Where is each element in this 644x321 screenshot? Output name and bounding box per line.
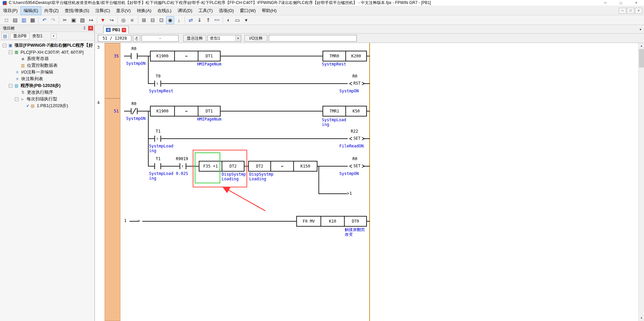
label-number[interactable]: 1 bbox=[124, 218, 126, 223]
close-button[interactable]: × bbox=[629, 0, 644, 6]
minimize-button[interactable]: ─ bbox=[598, 0, 613, 6]
cursor-mode-button[interactable]: ∕| bbox=[133, 35, 140, 42]
undo-icon[interactable]: ↶ bbox=[40, 16, 48, 24]
online-switch-icon[interactable]: ⇄ bbox=[187, 16, 195, 24]
comment-edit-field[interactable] bbox=[269, 35, 357, 42]
menu-item-tools[interactable]: 工具(T) bbox=[195, 6, 216, 15]
scrollbar-thumb[interactable] bbox=[639, 49, 644, 67]
grid-expand-icon[interactable]: ⊞ bbox=[140, 16, 148, 24]
scroll-up-icon[interactable]: ▲ bbox=[639, 43, 644, 49]
device-monitor-icon[interactable]: ▭ bbox=[233, 16, 241, 24]
open-file-icon[interactable]: ▤ bbox=[11, 16, 19, 24]
menu-item-wizard[interactable]: 向导(Z) bbox=[41, 6, 62, 15]
run-mode-icon[interactable]: RUN bbox=[213, 16, 221, 24]
expander-icon[interactable]: − bbox=[9, 84, 12, 88]
tree-item-system-register[interactable]: ◈ 系统寄存器 bbox=[0, 55, 94, 62]
tab-pb1[interactable]: ⊞ PB1 × bbox=[103, 26, 129, 34]
contact-rising-T1[interactable]: ↑ bbox=[154, 136, 161, 142]
compare-block[interactable]: DT2 = K150 bbox=[248, 161, 317, 172]
tree-item-plc[interactable]: − ▦ PLC[FP-XH C30T/P, 40T, 60T/P] bbox=[0, 49, 94, 55]
compare-block[interactable]: K1900 = DT1 bbox=[150, 51, 221, 61]
block-cell[interactable]: TMR0 bbox=[323, 51, 345, 61]
block-cell[interactable]: DT1 bbox=[198, 106, 220, 116]
insert-row-icon[interactable]: ↦ bbox=[87, 16, 95, 24]
expander-icon[interactable]: − bbox=[3, 44, 6, 47]
io-comment-button[interactable]: I/O注释 bbox=[244, 35, 267, 42]
ladder-editor[interactable]: 3 4 35 51 R0 SystmpON K1900 = DT1 HMIPag… bbox=[95, 43, 644, 321]
status-display-icon[interactable]: ◐ bbox=[225, 16, 233, 24]
tree-item-change-order[interactable]: ⇅ 更改执行顺序 bbox=[0, 89, 94, 96]
block-cell[interactable]: DT1 bbox=[198, 51, 220, 61]
expander-icon[interactable]: − bbox=[15, 97, 18, 101]
compare-block[interactable]: K1900 = DT1 bbox=[150, 106, 221, 117]
move-block-f0[interactable]: F0 MV K10 DT0 bbox=[296, 216, 367, 227]
expander-icon[interactable]: − bbox=[9, 50, 12, 54]
mdi-close-button[interactable]: × bbox=[635, 8, 642, 14]
chevron-down-icon[interactable]: ▼ bbox=[235, 36, 240, 41]
tree-item-pb1[interactable]: ✔ ▤ 1:PB1(12028步) bbox=[0, 102, 94, 109]
new-file-icon[interactable]: □ bbox=[2, 16, 10, 24]
contact-nc-R0[interactable] bbox=[131, 108, 138, 114]
convert-icon[interactable]: ▼ bbox=[99, 16, 107, 24]
menu-item-options[interactable]: 选项(O) bbox=[216, 6, 237, 15]
block-cell[interactable]: DT0 bbox=[344, 217, 366, 226]
tree-item-position-table[interactable]: ▥ 位置控制数据表 bbox=[0, 62, 94, 69]
contact-rising-R9019[interactable]: ↑ bbox=[180, 163, 186, 169]
comment-icon[interactable]: ≡ bbox=[128, 16, 136, 24]
step-down-icon[interactable]: ↓ bbox=[175, 16, 183, 24]
redo-icon[interactable]: ↷ bbox=[49, 16, 57, 24]
menu-item-online[interactable]: 在线(L) bbox=[154, 6, 175, 15]
monitor-toggle-icon[interactable]: ◉ bbox=[166, 16, 174, 24]
tree-item-scan-type[interactable]: − ▹ 每次扫描执行型 bbox=[0, 96, 94, 102]
block-cell[interactable]: DT2 bbox=[249, 162, 270, 171]
grid-collapse-icon[interactable]: ⊟ bbox=[149, 16, 157, 24]
find-icon[interactable]: ◎ bbox=[119, 16, 127, 24]
comment-type-combo[interactable]: 类型1 ▼ bbox=[207, 35, 241, 42]
cut-icon[interactable]: ✂ bbox=[61, 16, 69, 24]
menu-item-convert[interactable]: 转换(A) bbox=[134, 6, 154, 15]
mdi-restore-button[interactable]: □ bbox=[627, 8, 634, 14]
block-cell[interactable]: = bbox=[174, 51, 198, 61]
menu-item-view[interactable]: 显示(V) bbox=[113, 6, 134, 15]
mdi-minimize-button[interactable]: ─ bbox=[619, 8, 626, 14]
cursor-device-field[interactable]: - bbox=[142, 35, 179, 42]
jump-to-label-1[interactable]: >1 bbox=[347, 191, 352, 196]
contact-no-T1[interactable] bbox=[154, 163, 161, 169]
grid-edit-icon[interactable]: ⊡ bbox=[157, 16, 165, 24]
block-cell[interactable]: = bbox=[174, 106, 198, 116]
block-cell[interactable]: K1900 bbox=[151, 106, 174, 116]
vertical-scrollbar[interactable]: ▲ ▼ bbox=[638, 43, 644, 321]
upload-from-plc-icon[interactable]: ⇑ bbox=[204, 16, 212, 24]
timer-block-tmr1[interactable]: TMR1 K50 bbox=[323, 106, 367, 117]
block-cell[interactable]: = bbox=[270, 162, 293, 171]
block-cell[interactable]: K10 bbox=[320, 217, 344, 226]
maximize-button[interactable]: □ bbox=[613, 0, 629, 6]
print-icon[interactable]: ▦ bbox=[29, 16, 37, 24]
tree-item-io-comment[interactable]: ≡ I/O注释一并编辑 bbox=[0, 69, 94, 76]
copy-icon[interactable]: ▣ bbox=[70, 16, 78, 24]
tab-close-button[interactable]: × bbox=[122, 28, 126, 32]
menu-item-project[interactable]: 项目(P) bbox=[0, 6, 21, 15]
paste-icon[interactable]: ▧ bbox=[78, 16, 86, 24]
menu-item-debug[interactable]: 调试(D) bbox=[175, 6, 195, 15]
tree-item-project[interactable]: − ▣ 项目[FPWINGR-7读出右侧PLC程序【好 bbox=[0, 42, 94, 49]
menu-item-help[interactable]: 帮助(H) bbox=[259, 6, 279, 15]
save-icon[interactable]: ▥ bbox=[20, 16, 28, 24]
timer-block-tmr0[interactable]: TMR0 K200 bbox=[323, 51, 367, 61]
tree-item-block-comment[interactable]: ≡ 块注释列表 bbox=[0, 76, 94, 82]
menu-item-edit[interactable]: 编辑(E) bbox=[21, 6, 41, 15]
more-tools-icon[interactable]: ▾ bbox=[242, 16, 250, 24]
menu-item-comment[interactable]: 注释(C) bbox=[92, 6, 113, 15]
block-cell[interactable]: TMR1 bbox=[323, 106, 345, 116]
panel-close-button[interactable]: × bbox=[88, 26, 93, 31]
pin-icon[interactable]: ↧ bbox=[82, 26, 87, 31]
tree-item-program-block[interactable]: − ▧ 程序块(PB-12028步) bbox=[0, 82, 94, 89]
block-cell[interactable]: K150 bbox=[293, 162, 317, 171]
block-cell[interactable]: K50 bbox=[345, 106, 366, 116]
show-pb-button[interactable]: 显示PB bbox=[10, 33, 30, 40]
block-cell[interactable]: K200 bbox=[345, 51, 366, 61]
tree-filter-icon[interactable]: ▤ bbox=[1, 33, 9, 40]
contact-no-R0[interactable] bbox=[131, 53, 138, 59]
block-cell[interactable]: K1900 bbox=[151, 51, 174, 61]
download-to-plc-icon[interactable]: ⇓ bbox=[195, 16, 203, 24]
